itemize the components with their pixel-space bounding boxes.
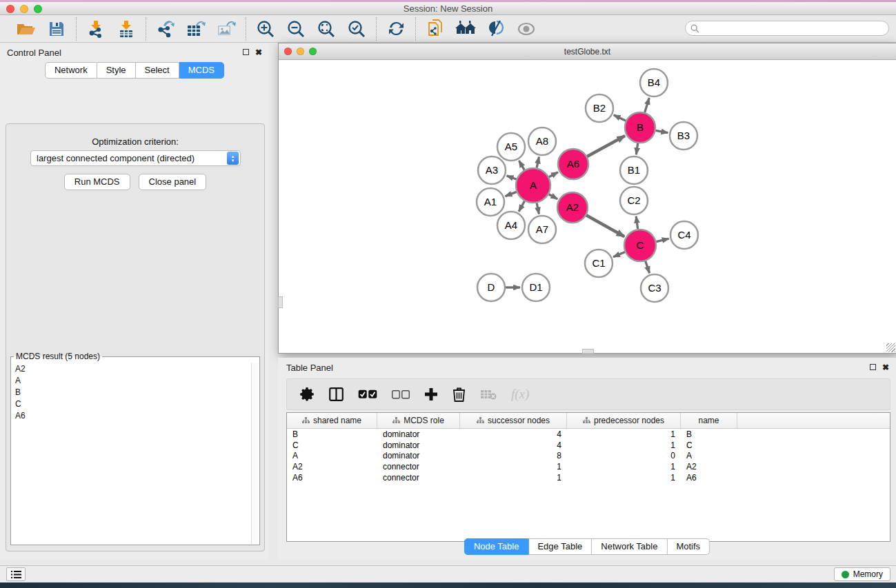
save-icon[interactable] [46, 19, 67, 39]
add-row-icon[interactable] [424, 385, 438, 403]
node-B4[interactable]: B4 [640, 69, 668, 97]
column-layout-icon[interactable] [329, 385, 344, 403]
network-close-button[interactable] [284, 48, 292, 55]
settings-gear-icon[interactable] [299, 385, 315, 403]
edge-A2-C[interactable] [586, 215, 624, 236]
edge-A-A2[interactable] [549, 194, 558, 199]
table-cell[interactable]: A6 [681, 473, 737, 483]
tab-network[interactable]: Network [45, 62, 97, 79]
resize-corner-gripper[interactable] [886, 343, 895, 352]
zoom-in-icon[interactable] [255, 19, 276, 39]
table-row[interactable]: A6connector11A6 [287, 472, 890, 483]
node-A3[interactable]: A3 [478, 156, 506, 184]
zoom-window-button[interactable] [34, 5, 42, 13]
table-cell[interactable]: B [681, 429, 737, 439]
tab-edge-table[interactable]: Edge Table [528, 538, 592, 555]
edge-A-A4[interactable] [519, 201, 524, 212]
show-hide-graphics-details-icon[interactable] [486, 19, 506, 39]
export-table-icon[interactable] [186, 19, 206, 39]
select-all-checkboxes-icon[interactable] [358, 385, 377, 403]
table-cell[interactable]: 0 [567, 451, 681, 460]
result-list-item[interactable]: A2 [12, 363, 251, 374]
left-gripper[interactable] [278, 296, 283, 308]
node-A1[interactable]: A1 [477, 188, 504, 216]
edge-A-A8[interactable] [537, 157, 539, 168]
node-A5[interactable]: A5 [497, 133, 525, 161]
edge-A-A3[interactable] [507, 176, 517, 179]
import-network-icon[interactable] [86, 19, 106, 39]
tab-motifs[interactable]: Motifs [667, 538, 710, 555]
column-header-name[interactable]: name [681, 413, 737, 428]
edge-C-C4[interactable] [656, 239, 668, 241]
node-A6[interactable]: A6 [558, 149, 588, 179]
result-list-item[interactable]: A6 [12, 409, 251, 421]
tab-mcds[interactable]: MCDS [179, 62, 224, 79]
network-zoom-button[interactable] [309, 48, 317, 55]
table-cell[interactable]: connector [377, 462, 460, 472]
table-cell[interactable]: 1 [460, 473, 567, 483]
edge-A-A6[interactable] [549, 172, 558, 177]
table-row[interactable]: Adominator80A [287, 451, 890, 462]
node-A2[interactable]: A2 [557, 192, 588, 223]
column-header-successor-nodes[interactable]: successor nodes [460, 413, 567, 428]
home-icon[interactable] [455, 19, 476, 39]
memory-button[interactable]: Memory [834, 567, 890, 581]
node-C[interactable]: C [624, 230, 656, 261]
edge-C-C2[interactable] [636, 216, 638, 229]
table-cell[interactable]: C [287, 440, 377, 450]
close-panel-icon[interactable]: ✖ [255, 48, 262, 57]
optimization-criterion-dropdown[interactable]: largest connected component (directed) ▲… [30, 150, 241, 166]
import-table-icon[interactable] [116, 19, 137, 39]
export-network-icon[interactable] [155, 19, 176, 39]
eye-icon[interactable] [516, 19, 537, 39]
table-cell[interactable]: 1 [567, 462, 681, 472]
node-B1[interactable]: B1 [620, 156, 648, 184]
edge-B-B1[interactable] [636, 143, 637, 154]
edge-A6-B[interactable] [587, 136, 625, 156]
table-cell[interactable]: 1 [567, 440, 681, 450]
column-header-predecessor-nodes[interactable]: predecessor nodes [567, 413, 681, 428]
table-cell[interactable]: dominator [377, 429, 460, 439]
table-row[interactable]: Bdominator41B [287, 429, 890, 440]
tab-select[interactable]: Select [136, 62, 179, 79]
table-cell[interactable]: 4 [460, 429, 567, 439]
node-C4[interactable]: C4 [670, 221, 698, 249]
close-panel-button[interactable]: Close panel [139, 174, 207, 190]
node-D[interactable]: D [477, 274, 505, 301]
result-list-item[interactable]: B [12, 386, 251, 398]
zoom-out-icon[interactable] [286, 19, 306, 39]
node-A[interactable]: A [516, 168, 550, 203]
table-cell[interactable]: C [681, 440, 737, 450]
node-A8[interactable]: A8 [528, 128, 556, 155]
node-C2[interactable]: C2 [620, 187, 648, 214]
result-list-item[interactable]: A [12, 374, 251, 386]
table-cell[interactable]: A6 [287, 473, 377, 483]
bottom-gripper[interactable] [582, 349, 594, 354]
deselect-all-checkboxes-icon[interactable] [392, 385, 410, 403]
node-A7[interactable]: A7 [528, 216, 556, 243]
table-cell[interactable]: A2 [681, 462, 737, 472]
search-input[interactable] [699, 22, 888, 34]
refresh-icon[interactable] [386, 19, 406, 39]
zoom-selected-icon[interactable] [346, 19, 367, 39]
open-folder-icon[interactable] [16, 19, 37, 39]
tab-network-table[interactable]: Network Table [592, 538, 667, 555]
node-A4[interactable]: A4 [497, 212, 525, 239]
network-canvas[interactable]: B4B2BB3A8A5A6A3B1AC2A1A2A4A7C4CC1C3DD1 [279, 61, 896, 353]
node-C1[interactable]: C1 [585, 250, 613, 277]
table-cell[interactable]: A [287, 451, 377, 460]
table-cell[interactable]: 8 [460, 451, 567, 460]
network-from-selection-icon[interactable] [425, 19, 446, 39]
node-C3[interactable]: C3 [641, 274, 668, 302]
column-header-shared-name[interactable]: shared name [287, 413, 377, 428]
table-cell[interactable]: dominator [377, 440, 460, 450]
tab-node-table[interactable]: Node Table [464, 538, 529, 555]
table-cell[interactable]: A2 [287, 462, 377, 472]
node-B2[interactable]: B2 [586, 94, 613, 122]
table-cell[interactable]: dominator [377, 451, 460, 460]
result-list-item[interactable]: C [12, 398, 251, 409]
table-row[interactable]: Cdominator41C [287, 440, 890, 451]
column-header-mcds-role[interactable]: MCDS role [377, 413, 460, 428]
network-window-titlebar[interactable]: testGlobe.txt [279, 43, 896, 60]
table-cell[interactable]: 1 [567, 473, 681, 483]
